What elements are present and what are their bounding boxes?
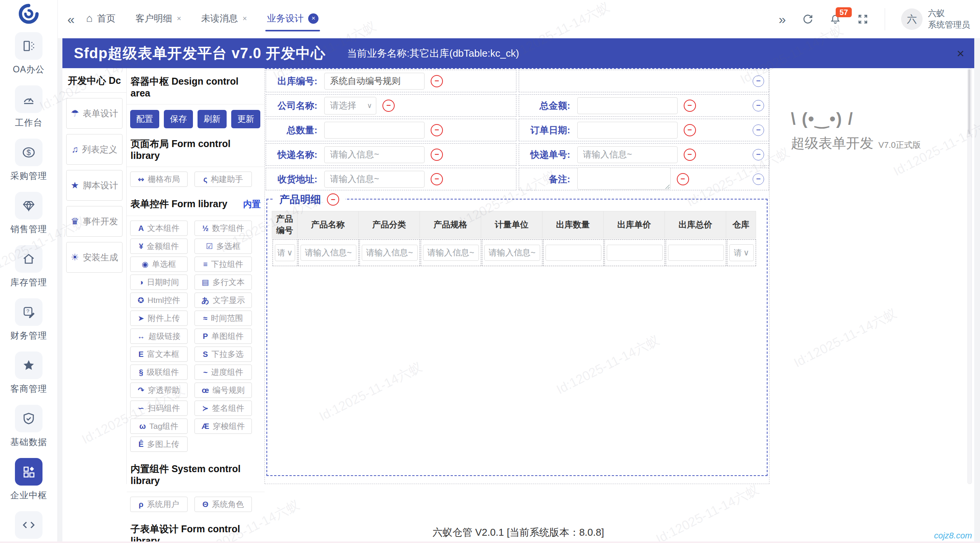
outbound-no-input[interactable] [324,73,425,90]
close-tab-icon[interactable]: × [177,14,181,23]
fullscreen-icon[interactable] [857,13,869,25]
sidebar-item-dev-platform[interactable]: 开发平台 [10,511,47,543]
lib-item-single-image[interactable]: P单图组件 [194,329,252,344]
dev-item-event-dev[interactable]: ♛ 事件开发 [66,206,122,237]
remove-row-icon[interactable]: − [753,173,764,185]
remove-field-icon[interactable]: − [382,100,395,112]
sidebar-item-oa[interactable]: OA办公 [13,32,44,75]
sidebar-item-basedata[interactable]: 基础数据 [10,405,47,448]
lib-item-multi-select[interactable]: S下拉多选 [194,347,252,362]
drill-help-icon: ↷ [138,386,144,395]
lib-item-progress[interactable]: ~进度组件 [194,365,252,380]
lib-item-html[interactable]: ✪Html控件 [130,293,188,308]
product-spec-input[interactable] [423,245,479,261]
product-name-input[interactable] [301,245,356,261]
courier-name-input[interactable] [324,146,425,163]
tab-business-design[interactable]: 业务设计 × [267,12,318,26]
lib-item-scan[interactable]: ∽扫码组件 [130,401,188,416]
out-price-input[interactable] [607,245,663,261]
sidebar-item-partners[interactable]: 客商管理 [10,352,47,395]
collapse-menu-icon[interactable]: « [67,12,75,27]
order-date-input[interactable] [577,122,678,139]
remove-field-icon[interactable]: − [431,149,443,161]
remove-field-icon[interactable]: − [431,124,443,136]
remove-field-icon[interactable]: − [684,100,696,112]
sidebar-item-inventory[interactable]: 库存管理 [10,245,47,288]
remove-field-icon[interactable]: − [684,124,696,136]
lib-item-richtext[interactable]: E富文本框 [130,347,188,362]
sidebar-item-sales[interactable]: 销售管理 [10,192,47,235]
lib-item-signature[interactable]: ≻签名组件 [194,401,252,416]
builtin-link[interactable]: 内置 [243,198,261,210]
config-button[interactable]: 配置 [130,110,159,128]
remove-field-icon[interactable]: − [677,173,689,185]
lib-item-text[interactable]: A文本组件 [130,221,188,236]
lib-item-grid-layout[interactable]: ↭栅格布局 [130,172,188,187]
lib-item-transfer[interactable]: Æ穿梭组件 [194,419,252,434]
lib-item-attachment[interactable]: ➤附件上传 [130,311,188,326]
dev-item-form-design[interactable]: ☂ 表单设计 [66,98,122,129]
expand-menu-icon[interactable]: » [779,12,786,27]
save-button[interactable]: 保存 [164,110,193,128]
remove-field-icon[interactable]: − [431,173,443,185]
dev-item-list-define[interactable]: ♫ 列表定义 [66,134,122,165]
lib-item-number[interactable]: ½数字组件 [194,221,252,236]
product-no-select[interactable]: 请∨ [275,244,295,261]
remarks-textarea[interactable] [577,167,671,190]
lib-item-multiline[interactable]: ▤多行文本 [194,275,252,290]
tab-unread-messages[interactable]: 未读消息 × [201,12,247,26]
refresh-icon[interactable] [802,13,813,25]
remove-row-icon[interactable]: − [753,100,764,111]
tracking-no-input[interactable] [577,146,678,163]
dev-item-script-design[interactable]: ★ 脚本设计 [66,170,122,201]
out-total-input[interactable] [668,245,724,261]
lib-item-checkbox[interactable]: ☑多选框 [194,239,252,254]
remove-row-icon[interactable]: − [753,124,764,136]
resize-handle-icon[interactable] [665,184,670,189]
sidebar-item-workbench[interactable]: 工作台 [15,85,42,129]
lib-item-time-range[interactable]: ≈时间范围 [194,311,252,326]
lib-item-text-display[interactable]: あ文字显示 [194,293,252,308]
lib-item-hyperlink[interactable]: ↔超级链接 [130,329,188,344]
product-category-input[interactable] [362,245,418,261]
remove-row-icon[interactable]: − [753,75,764,87]
sidebar-item-finance[interactable]: ? 财务管理 [10,298,47,342]
app-logo[interactable] [19,4,39,25]
lib-item-multi-image[interactable]: Ê多图上传 [130,437,188,452]
company-select[interactable]: 请选择 ∨ [324,97,376,114]
refresh-button[interactable]: 刷新 [198,110,227,128]
close-tab-icon[interactable]: × [243,14,247,23]
tab-home[interactable]: ⌂ 首页 [86,12,116,26]
close-tab-icon[interactable]: × [308,13,318,24]
total-quantity-input[interactable] [324,122,425,139]
banner-close-icon[interactable]: × [957,47,964,60]
lib-item-dropdown[interactable]: ≡下拉组件 [194,257,252,272]
lib-item-amount[interactable]: ¥金额组件 [130,239,188,254]
update-button[interactable]: 更新 [231,110,260,128]
sidebar-item-purchase[interactable]: $ 采购管理 [10,139,47,182]
delivery-address-input[interactable] [324,171,425,188]
sidebar-item-enterprise-hub[interactable]: 企业中枢 [10,458,47,501]
unit-input[interactable] [484,245,540,261]
lib-item-build-assistant[interactable]: ς构建助手 [194,172,252,187]
warehouse-select[interactable]: 请∨ [729,244,754,261]
notifications-bell-icon[interactable]: 57 [830,13,841,25]
remove-field-icon[interactable]: − [684,149,696,161]
remove-subform-icon[interactable]: − [327,193,339,206]
remove-field-icon[interactable]: − [431,75,443,87]
lib-item-cascade[interactable]: §级联组件 [130,365,188,380]
vertical-scrollbar[interactable] [967,68,972,484]
scrollbar-thumb[interactable] [968,69,970,134]
lib-item-drill-help[interactable]: ↷穿透帮助 [130,383,188,398]
tab-customer-detail[interactable]: 客户明细 × [136,12,181,26]
lib-item-datetime[interactable]: ◑日期时间 [130,275,188,290]
lib-item-radio[interactable]: ◉单选框 [130,257,188,272]
remove-row-icon[interactable]: − [753,149,764,160]
out-qty-input[interactable] [546,245,601,261]
dev-item-install-generate[interactable]: ☀ 安装生成 [66,242,122,273]
lib-item-numbering-rule[interactable]: œ编号规则 [194,383,252,398]
user-menu[interactable]: 六 六蚁 系统管理员 [901,8,970,30]
lib-item-tag[interactable]: ωTag组件 [130,419,188,434]
site-link[interactable]: cojz8.com [934,531,972,541]
total-amount-input[interactable] [577,97,678,114]
